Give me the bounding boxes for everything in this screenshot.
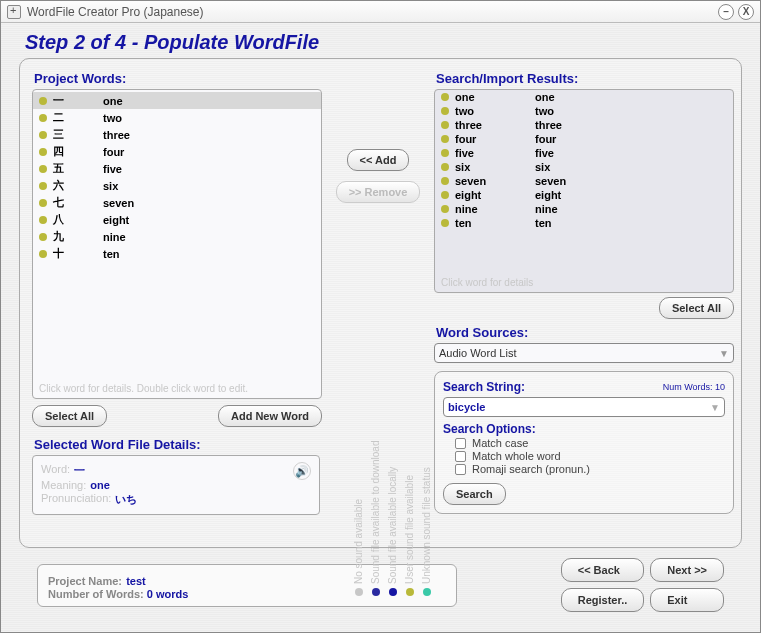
status-dot-icon (441, 177, 449, 185)
results-title: Search/Import Results: (436, 71, 734, 86)
list-item[interactable]: oneone (435, 90, 733, 104)
list-item[interactable]: tenten (435, 216, 733, 230)
list-item[interactable]: 一one (33, 92, 321, 109)
legend-item: Sound file available to download (370, 419, 381, 596)
add-button[interactable]: << Add (347, 149, 410, 171)
project-words-list[interactable]: 一one二two三three四four五five六six七seven八eight… (32, 89, 322, 399)
sources-value: Audio Word List (439, 347, 516, 359)
results-select-all-button[interactable]: Select All (659, 297, 734, 319)
project-name-label: Project Name: (48, 575, 122, 587)
title-bar: WordFile Creator Pro (Japanese) – X (1, 1, 760, 23)
details-word-label: Word: (41, 463, 70, 478)
chevron-down-icon: ▼ (719, 348, 729, 359)
remove-button: >> Remove (336, 181, 421, 203)
search-button[interactable]: Search (443, 483, 506, 505)
list-item[interactable]: fourfour (435, 132, 733, 146)
speaker-icon[interactable]: 🔊 (293, 462, 311, 480)
app-icon (7, 5, 21, 19)
list-item[interactable]: 四four (33, 143, 321, 160)
list-item[interactable]: 八eight (33, 211, 321, 228)
close-icon[interactable]: X (738, 4, 754, 20)
search-input[interactable]: bicycle ▼ (443, 397, 725, 417)
details-pron-value: いち (115, 492, 137, 507)
legend-item: User sound file available (404, 419, 415, 596)
list-item[interactable]: 五five (33, 160, 321, 177)
status-dot-icon (39, 148, 47, 156)
register-button[interactable]: Register.. (561, 588, 645, 612)
next-button[interactable]: Next >> (650, 558, 724, 582)
project-words-hint: Click word for details. Double click wor… (39, 383, 248, 394)
status-dot-icon (39, 182, 47, 190)
legend-item: Unknown sound file status (421, 419, 432, 596)
search-panel: Search String: Num Words: 10 bicycle ▼ S… (434, 371, 734, 514)
word-count-label: Number of Words: (48, 588, 144, 600)
main-panel: Project Words: 一one二two三three四four五five六… (19, 58, 742, 548)
chevron-down-icon: ▼ (710, 402, 720, 413)
list-item[interactable]: 九nine (33, 228, 321, 245)
status-dot-icon (39, 114, 47, 122)
match-whole-checkbox[interactable]: Match whole word (455, 450, 725, 462)
list-item[interactable]: 十ten (33, 245, 321, 262)
legend-dot-icon (389, 588, 397, 596)
details-title: Selected Word File Details: (34, 437, 322, 452)
window-title: WordFile Creator Pro (Japanese) (27, 5, 204, 19)
status-dot-icon (39, 199, 47, 207)
legend-dot-icon (423, 588, 431, 596)
project-words-title: Project Words: (34, 71, 322, 86)
list-item[interactable]: sevenseven (435, 174, 733, 188)
status-dot-icon (441, 93, 449, 101)
list-item[interactable]: ninenine (435, 202, 733, 216)
legend-dot-icon (406, 588, 414, 596)
results-list[interactable]: oneonetwotwothreethreefourfourfivefivesi… (434, 89, 734, 293)
legend-dot-icon (355, 588, 363, 596)
sources-combo[interactable]: Audio Word List ▼ (434, 343, 734, 363)
list-item[interactable]: 七seven (33, 194, 321, 211)
list-item[interactable]: 六six (33, 177, 321, 194)
legend-item: Sound file available locally (387, 419, 398, 596)
details-box: 🔊 Word:一 Meaning:one Pronunciation:いち (32, 455, 320, 515)
results-column: Search/Import Results: oneonetwotwothree… (434, 71, 734, 515)
romaji-checkbox[interactable]: Romaji search (pronun.) (455, 463, 725, 475)
status-dot-icon (441, 205, 449, 213)
legend-item: No sound available (353, 419, 364, 596)
project-name-value: test (126, 575, 146, 587)
project-select-all-button[interactable]: Select All (32, 405, 107, 427)
app-window: WordFile Creator Pro (Japanese) – X Step… (0, 0, 761, 633)
status-dot-icon (441, 121, 449, 129)
details-meaning-label: Meaning: (41, 479, 86, 491)
details-pron-label: Pronunciation: (41, 492, 111, 507)
status-dot-icon (441, 163, 449, 171)
status-dot-icon (39, 233, 47, 241)
status-dot-icon (39, 131, 47, 139)
list-item[interactable]: 二two (33, 109, 321, 126)
minimize-icon[interactable]: – (718, 4, 734, 20)
status-dot-icon (39, 250, 47, 258)
list-item[interactable]: eighteight (435, 188, 733, 202)
list-item[interactable]: 三three (33, 126, 321, 143)
exit-button[interactable]: Exit (650, 588, 724, 612)
list-item[interactable]: threethree (435, 118, 733, 132)
project-words-column: Project Words: 一one二two三three四four五five六… (32, 71, 322, 515)
add-new-word-button[interactable]: Add New Word (218, 405, 322, 427)
legend-dot-icon (372, 588, 380, 596)
search-options-label: Search Options: (443, 422, 725, 436)
list-item[interactable]: fivefive (435, 146, 733, 160)
status-dot-icon (39, 97, 47, 105)
sound-legend: No sound availableSound file available t… (353, 419, 432, 596)
status-dot-icon (441, 135, 449, 143)
back-button[interactable]: << Back (561, 558, 645, 582)
page-title: Step 2 of 4 - Populate WordFile (25, 31, 742, 54)
sources-title: Word Sources: (436, 325, 734, 340)
status-dot-icon (441, 191, 449, 199)
word-count-value: 0 words (147, 588, 189, 600)
status-dot-icon (441, 149, 449, 157)
search-string-label: Search String: (443, 380, 525, 394)
list-item[interactable]: twotwo (435, 104, 733, 118)
match-case-checkbox[interactable]: Match case (455, 437, 725, 449)
list-item[interactable]: sixsix (435, 160, 733, 174)
status-dot-icon (441, 107, 449, 115)
details-word-value: 一 (74, 463, 85, 478)
search-value: bicycle (448, 401, 485, 413)
num-words-label: Num Words: 10 (663, 382, 725, 392)
status-dot-icon (39, 216, 47, 224)
